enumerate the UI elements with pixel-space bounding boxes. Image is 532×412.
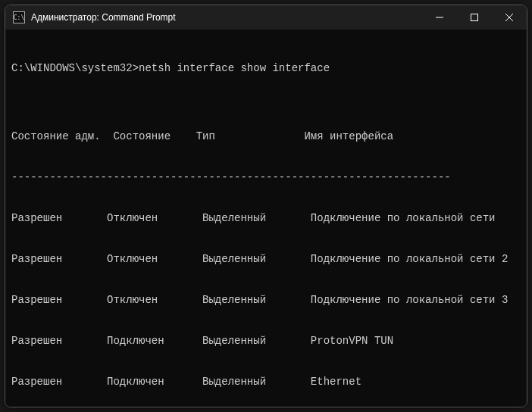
table-row: Разрешен Подключен Выделенный ProtonVPN … [11,334,521,348]
table-header: Состояние адм. Состояние Тип Имя интерфе… [11,130,521,143]
maximize-icon [471,14,478,21]
command-prompt-window: C:\ Администратор: Command Prompt C:\WIN… [5,5,527,407]
close-button[interactable] [492,5,527,30]
minimize-button[interactable] [422,5,457,30]
table-row: Разрешен Подключен Выделенный Ethernet [11,375,521,389]
close-icon [505,14,513,21]
prompt-line: C:\WINDOWS\system32>netsh interface show… [11,61,521,75]
table-divider: ----------------------------------------… [11,170,521,184]
maximize-button[interactable] [457,5,492,30]
command-text: netsh interface show interface [139,62,330,74]
prompt: C:\WINDOWS\system32> [11,62,139,74]
table-row: Разрешен Отключен Выделенный Подключение… [11,252,521,266]
window-title: Администратор: Command Prompt [31,12,176,23]
svg-rect-1 [471,14,478,21]
window-controls [422,5,527,30]
table-row: Разрешен Отключен Выделенный Подключение… [11,293,521,307]
app-icon: C:\ [13,11,25,23]
titlebar[interactable]: C:\ Администратор: Command Prompt [5,5,527,30]
minimize-icon [436,14,443,21]
table-row: Разрешен Отключен Выделенный Подключение… [11,211,521,225]
terminal-output[interactable]: C:\WINDOWS\system32>netsh interface show… [5,30,527,407]
